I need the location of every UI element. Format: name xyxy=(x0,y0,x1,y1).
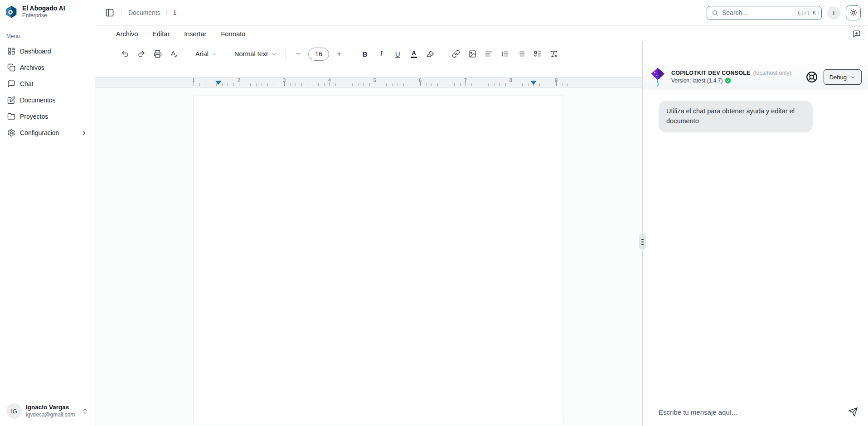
ordered-list-button[interactable] xyxy=(498,47,512,61)
sidebar-toggle-button[interactable] xyxy=(102,5,117,20)
chat-message-input[interactable] xyxy=(659,408,842,416)
console-title: COPILOTKIT DEV CONSOLE xyxy=(671,69,751,77)
files-icon xyxy=(7,63,15,72)
chevron-down-icon xyxy=(850,74,856,80)
user-menu[interactable]: IG Ignacio Vargas igvdesa@gmail.com xyxy=(4,401,91,421)
sidebar-item-dashboard[interactable]: Dashboard xyxy=(4,43,91,59)
breadcrumb-section[interactable]: Documents xyxy=(128,9,160,16)
text-color-button[interactable]: A xyxy=(407,47,421,61)
italic-icon: I xyxy=(380,50,382,58)
breadcrumb-separator: / xyxy=(166,9,168,16)
header-actions: Ctrl K I xyxy=(707,5,861,20)
link-icon xyxy=(452,50,460,58)
chevrons-up-down-icon xyxy=(82,408,88,415)
sidebar-item-documentos[interactable]: Documentos xyxy=(4,92,91,108)
checklist-icon xyxy=(533,50,542,58)
bold-button[interactable]: B xyxy=(358,47,372,61)
sun-icon xyxy=(849,9,858,17)
font-size-field[interactable]: 16 xyxy=(308,48,329,61)
align-button[interactable] xyxy=(481,47,496,61)
sidebar-menu-label: Menu xyxy=(0,23,95,43)
sidebar-item-archivos[interactable]: Archivos xyxy=(4,59,91,76)
checklist-button[interactable] xyxy=(530,47,545,61)
formatting-toolbar: Arial Normal text 16 B I U A xyxy=(95,43,642,65)
org-switcher[interactable]: El Abogado AI Enterprise xyxy=(0,0,95,23)
sidebar-item-label: Documentos xyxy=(20,97,56,104)
chevron-down-icon xyxy=(271,51,277,57)
menu-editar[interactable]: Editar xyxy=(152,30,170,38)
font-family-dropdown[interactable]: Arial xyxy=(192,47,221,61)
sidebar-item-label: Configuracion xyxy=(20,129,59,136)
document-page[interactable] xyxy=(194,96,563,423)
ordered-list-icon xyxy=(501,50,509,58)
spellcheck-icon xyxy=(170,50,178,58)
top-header: Documents / 1 Ctrl K I xyxy=(95,0,868,26)
bold-icon: B xyxy=(363,50,368,58)
gear-icon xyxy=(7,129,15,137)
document-canvas xyxy=(95,88,642,426)
decrease-font-size-button[interactable] xyxy=(291,47,305,61)
menu-archivo[interactable]: Archivo xyxy=(116,30,138,38)
edit-document-icon xyxy=(7,96,15,104)
sidebar-nav: Dashboard Archivos Chat Documentos xyxy=(0,43,95,141)
sidebar-item-configuracion[interactable]: Configuracion xyxy=(4,125,91,141)
search-icon xyxy=(712,10,718,16)
indent-marker[interactable] xyxy=(530,81,537,85)
app-title: El Abogado AI xyxy=(22,5,65,12)
underline-icon: U xyxy=(395,50,400,58)
paragraph-style-value: Normal text xyxy=(234,50,268,58)
redo-icon xyxy=(137,50,145,58)
chevron-right-icon xyxy=(81,130,87,136)
text-color-icon: A xyxy=(411,50,417,58)
chat-panel-toggle-button[interactable] xyxy=(849,26,864,42)
chat-input-row xyxy=(659,405,860,419)
panel-left-icon xyxy=(105,8,114,17)
user-email: igvdesa@gmail.com xyxy=(26,411,78,418)
copilot-chat-panel: COPILOTKIT DEV CONSOLE (localhost only) … xyxy=(642,41,868,426)
print-icon xyxy=(154,50,162,58)
italic-button[interactable]: I xyxy=(374,47,388,61)
ruler: 123456789 xyxy=(95,77,642,87)
print-button[interactable] xyxy=(150,47,165,61)
paragraph-style-dropdown[interactable]: Normal text xyxy=(231,47,281,61)
send-message-button[interactable] xyxy=(846,405,860,419)
chat-bubble-icon xyxy=(7,80,15,88)
send-icon xyxy=(848,407,858,417)
insert-link-button[interactable] xyxy=(449,47,463,61)
user-name: Ignacio Vargas xyxy=(26,404,78,411)
clear-formatting-button[interactable] xyxy=(547,47,561,61)
undo-icon xyxy=(121,50,129,58)
increase-font-size-button[interactable] xyxy=(332,47,346,61)
search-box[interactable]: Ctrl K xyxy=(707,6,822,20)
highlight-button[interactable] xyxy=(423,47,437,61)
search-input[interactable] xyxy=(722,9,791,16)
redo-button[interactable] xyxy=(134,47,149,61)
copilotkit-dev-console: COPILOTKIT DEV CONSOLE (localhost only) … xyxy=(643,65,868,89)
debug-button[interactable]: Debug xyxy=(824,69,862,85)
minus-icon xyxy=(295,50,302,58)
bullet-list-icon xyxy=(517,50,525,58)
theme-toggle-button[interactable] xyxy=(846,5,861,20)
underline-button[interactable]: U xyxy=(390,47,405,61)
align-left-icon xyxy=(485,50,493,58)
indent-marker[interactable] xyxy=(215,81,222,85)
menu-insertar[interactable]: Insertar xyxy=(184,30,206,38)
app-logo-icon xyxy=(5,5,18,19)
app-window: El Abogado AI Enterprise Menu Dashboard … xyxy=(0,0,868,426)
font-family-value: Arial xyxy=(195,50,209,58)
bullet-list-button[interactable] xyxy=(514,47,529,61)
spellcheck-button[interactable] xyxy=(167,47,181,61)
insert-image-button[interactable] xyxy=(465,47,480,61)
header-avatar[interactable]: I xyxy=(827,6,840,19)
sidebar-item-proyectos[interactable]: Proyectos xyxy=(4,108,91,125)
image-icon xyxy=(468,50,476,58)
clear-formatting-icon xyxy=(550,50,558,58)
undo-button[interactable] xyxy=(118,47,132,61)
breadcrumb: Documents / 1 xyxy=(128,9,177,16)
panel-resize-handle[interactable] xyxy=(639,233,646,250)
sidebar-footer: IG Ignacio Vargas igvdesa@gmail.com xyxy=(0,396,95,426)
sidebar-item-chat[interactable]: Chat xyxy=(4,76,91,92)
menu-formato[interactable]: Formato xyxy=(221,30,245,38)
console-help-button[interactable] xyxy=(805,70,819,84)
message-square-plus-icon xyxy=(853,30,861,38)
